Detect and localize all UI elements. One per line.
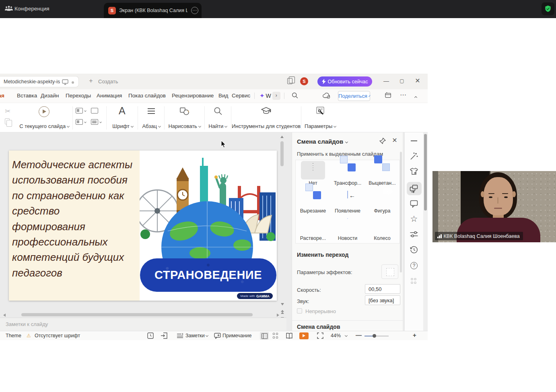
menu-design[interactable]: Дизайн xyxy=(41,93,59,99)
menu-home[interactable]: Главная xyxy=(0,93,14,99)
continuous-checkbox[interactable] xyxy=(297,308,302,314)
options-button[interactable]: Параметры xyxy=(302,103,339,133)
transition-newsflash[interactable]: Новости xyxy=(330,215,365,243)
outline-icon[interactable] xyxy=(91,119,98,125)
sound-input[interactable] xyxy=(365,295,400,305)
history-icon[interactable] xyxy=(410,246,418,256)
theme-label[interactable]: Theme xyxy=(6,333,21,338)
transition-morph[interactable]: Трансфор... xyxy=(330,160,365,188)
comment-toggle[interactable]: Примечание xyxy=(222,333,251,338)
missing-font-warning[interactable]: Отсутствует шрифт xyxy=(35,333,80,338)
ai-assistant-menu[interactable]: ✦ W › xyxy=(259,92,280,100)
export-icon[interactable] xyxy=(161,332,168,340)
previous-slide-button[interactable] xyxy=(281,310,284,314)
scroll-right-arrow[interactable] xyxy=(277,314,279,317)
screen-share-tab[interactable]: S Экран (КВК Bolashaq Салия Шое ⋯ xyxy=(104,3,202,18)
transition-none[interactable]: Нет xyxy=(296,160,330,188)
account-avatar[interactable]: S xyxy=(300,77,308,85)
minimize-button[interactable]: — xyxy=(383,77,390,85)
menu-review[interactable]: Рецензирование xyxy=(172,93,214,99)
new-document-plus-icon[interactable]: + xyxy=(87,77,95,85)
speed-input[interactable] xyxy=(365,284,400,294)
zoom-level[interactable]: 44% xyxy=(331,333,341,338)
normal-view-button[interactable] xyxy=(260,332,269,340)
scroll-thumb[interactable] xyxy=(280,141,284,166)
search-icon[interactable] xyxy=(291,92,299,100)
panel-title[interactable]: Смена слайдов xyxy=(297,138,348,145)
transitions-icon[interactable] xyxy=(410,184,419,195)
draw-button[interactable]: Нарисовать xyxy=(165,103,204,133)
settings-sliders-icon[interactable] xyxy=(410,231,418,239)
transition-fade[interactable]: Выцветан... xyxy=(365,160,399,188)
slide-notes-area[interactable]: Заметки к слайду xyxy=(0,318,286,331)
share-button[interactable]: Поделиться xyxy=(338,91,370,101)
scroll-left-arrow[interactable] xyxy=(3,314,6,317)
close-panel-icon[interactable]: ✕ xyxy=(391,136,398,144)
zoom-chevron-icon[interactable] xyxy=(345,333,347,338)
rehearse-timer-icon[interactable] xyxy=(147,332,154,340)
transition-shape[interactable]: Фигура xyxy=(365,188,399,215)
menu-animation[interactable]: Анимация xyxy=(97,93,122,99)
cloud-sync-icon[interactable] xyxy=(322,92,331,100)
student-tools-button[interactable]: Инструменты для студентов xyxy=(232,103,300,133)
maximize-button[interactable]: ▢ xyxy=(398,77,406,85)
reading-view-button[interactable] xyxy=(286,332,293,340)
effect-params-tile[interactable] xyxy=(381,264,398,279)
vertical-scrollbar[interactable] xyxy=(279,134,285,311)
slide-illustration[interactable]: СТРАНОВЕДЕНИЕ Made withGAMMA xyxy=(140,151,277,301)
tab-more-icon[interactable]: ⋯ xyxy=(191,7,198,14)
zoom-in-button[interactable]: + xyxy=(413,332,416,338)
apps-grid-icon[interactable] xyxy=(411,278,417,284)
close-button[interactable]: ✕ xyxy=(414,77,421,85)
find-button[interactable]: Найти xyxy=(205,103,230,133)
transition-dissolve[interactable]: Растворе... xyxy=(296,215,330,243)
windows-stack-icon[interactable] xyxy=(287,78,292,84)
notes-toggle[interactable]: Заметки xyxy=(185,333,208,338)
menu-insert[interactable]: Вставка xyxy=(17,93,37,99)
design-icon[interactable] xyxy=(410,167,418,177)
slideshow-play-button[interactable] xyxy=(299,332,309,339)
panel-scrollbar[interactable] xyxy=(400,152,402,272)
collapse-ribbon-icon[interactable] xyxy=(415,93,417,99)
menu-transitions[interactable]: Переходы xyxy=(66,93,91,99)
transition-cut[interactable]: Вырезание xyxy=(296,188,330,215)
pin-icon[interactable] xyxy=(379,138,386,146)
slide-title-text[interactable]: Методические аспекты использования пособ… xyxy=(12,157,141,281)
scroll-thumb[interactable] xyxy=(424,134,427,210)
animation-star-icon[interactable]: ☆ xyxy=(410,214,418,224)
chevron-right-icon[interactable]: › xyxy=(272,92,280,100)
collapse-icon[interactable] xyxy=(411,140,417,141)
scroll-up-arrow[interactable] xyxy=(280,136,284,138)
zoom-slider-knob[interactable] xyxy=(373,334,376,338)
scroll-down-arrow[interactable] xyxy=(281,303,284,305)
reset-slide-icon[interactable] xyxy=(91,108,98,113)
paragraph-button[interactable]: Абзац xyxy=(139,103,164,133)
paste-icon[interactable] xyxy=(5,118,10,124)
new-slide-icon[interactable] xyxy=(76,108,83,113)
comment-plus-icon[interactable] xyxy=(214,333,221,340)
cut-icon[interactable]: ✂ xyxy=(5,107,10,116)
menu-view[interactable]: Вид xyxy=(218,93,228,99)
update-now-button[interactable]: Обновить сейчас xyxy=(317,76,372,87)
fit-to-window-icon[interactable] xyxy=(317,332,323,340)
horizontal-scrollbar[interactable] xyxy=(3,312,281,318)
font-button[interactable]: А Шрифт xyxy=(108,103,138,133)
slide-canvas[interactable]: Методические аспекты использования пособ… xyxy=(9,151,277,301)
document-tab[interactable]: Metodicheskie-aspekty-ispolz xyxy=(0,76,79,87)
webcam-video[interactable]: КВК Bolashaq Салия Шоенбаева xyxy=(432,171,556,242)
zoom-slider[interactable] xyxy=(364,336,389,336)
layout-icon[interactable] xyxy=(76,119,83,125)
transition-wheel[interactable]: Колесо xyxy=(365,215,399,243)
menu-slideshow[interactable]: Показ слайдов xyxy=(128,93,166,99)
slide-sorter-view-button[interactable] xyxy=(273,333,279,339)
menu-tools[interactable]: Сервис xyxy=(232,93,250,99)
more-options-icon[interactable]: ⋯ xyxy=(400,91,406,99)
notes-lines-icon[interactable] xyxy=(177,333,183,339)
comment-icon[interactable] xyxy=(410,200,418,209)
new-document-label[interactable]: Создать xyxy=(98,78,118,85)
add-to-panel-icon[interactable] xyxy=(385,92,392,100)
help-icon[interactable]: ? xyxy=(410,262,418,269)
scroll-thumb[interactable] xyxy=(21,313,253,316)
zoom-out-button[interactable]: — xyxy=(356,332,362,338)
transition-appear[interactable]: Появление xyxy=(330,188,365,215)
